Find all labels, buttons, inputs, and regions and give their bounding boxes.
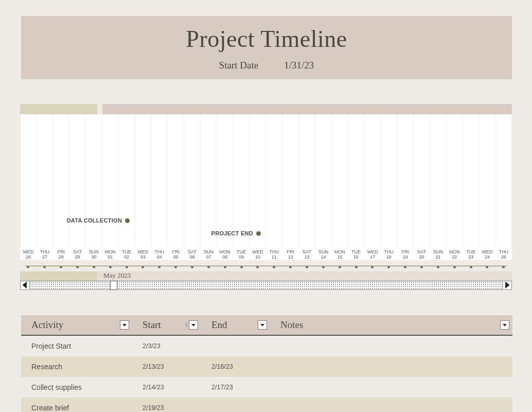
axis-tick: WED10 (250, 249, 266, 260)
axis-tick: SUN30 (85, 249, 102, 260)
axis-tick: THU18 (381, 249, 397, 260)
axis-tick: TUE02 (118, 249, 135, 260)
table-row: Create brief2/19/23 (21, 398, 512, 412)
axis-tick: MON01 (102, 249, 118, 260)
axis-tick: FRI05 (168, 249, 184, 260)
axis-tick: WED26 (20, 249, 37, 260)
axis-tick: SAT06 (184, 249, 201, 260)
axis-tick: WED17 (364, 249, 381, 260)
grid-column (86, 114, 102, 248)
scroll-track[interactable] (30, 281, 502, 289)
chart-top-strip-right (102, 104, 512, 114)
start-date-value: 1/31/23 (284, 60, 314, 71)
svg-marker-0 (22, 282, 27, 289)
scroll-thumb[interactable] (110, 281, 117, 290)
cell-start: 2/19/23 (132, 404, 201, 411)
svg-marker-1 (505, 282, 510, 289)
grid-column (217, 114, 234, 248)
filter-button-notes[interactable] (500, 320, 509, 330)
cell-start: 2/13/23 (132, 363, 201, 370)
table-row: Project Start2/3/23 (21, 336, 512, 356)
grid-column (54, 114, 70, 248)
activity-table: Activity Start ↑ End Notes Project Start… (21, 315, 512, 412)
axis-tick: MON15 (331, 249, 348, 260)
marker-dot-icon (125, 218, 130, 223)
column-header-activity-label: Activity (31, 319, 63, 331)
timeline-axis: WED26THU27FRI28SAT29SUN30MON01TUE02WED03… (20, 248, 512, 260)
column-header-activity: Activity (21, 319, 132, 331)
svg-marker-2 (122, 324, 127, 327)
svg-marker-5 (503, 324, 507, 327)
timeline-chart: DATA COLLECTIONPROJECT END WED26THU27FRI… (20, 104, 512, 284)
filter-button-start[interactable] (189, 320, 198, 330)
mini-strip-right: May 2023 (97, 271, 512, 281)
grid-column (250, 114, 267, 248)
grid-column (430, 114, 447, 248)
axis-tick: THU25 (495, 249, 512, 260)
grid-column (332, 114, 348, 248)
cell-end: 2/17/23 (201, 384, 270, 391)
axis-tick: THU27 (37, 249, 53, 260)
column-header-start-label: Start (143, 319, 161, 331)
chevron-down-icon (260, 322, 265, 328)
grid-column (21, 114, 37, 248)
table-body: Project Start2/3/23Research2/13/232/16/2… (21, 336, 512, 412)
cell-start: 2/14/23 (132, 384, 201, 391)
column-header-start: Start ↑ (132, 319, 201, 331)
triangle-right-icon (503, 281, 511, 289)
axis-tick: THU11 (266, 249, 282, 260)
start-date-row: Start Date 1/31/23 (21, 60, 512, 71)
grid-column (37, 114, 54, 248)
sort-ascending-icon: ↑ (185, 321, 188, 329)
grid-column (234, 114, 250, 248)
axis-tick: FRI12 (282, 249, 299, 260)
chart-top-strip (20, 104, 512, 114)
cell-activity: Project Start (21, 342, 132, 350)
axis-tick: WED24 (479, 249, 495, 260)
page-title: Project Timeline (21, 25, 512, 53)
grid-column (348, 114, 365, 248)
timeline-scrollbar[interactable] (20, 281, 512, 290)
grid-column (152, 114, 168, 248)
cell-start: 2/3/23 (132, 342, 201, 350)
filter-button-activity[interactable] (120, 320, 129, 330)
grid-column (479, 114, 495, 248)
axis-tick: SAT13 (299, 249, 315, 260)
chart-grid: DATA COLLECTIONPROJECT END (20, 114, 512, 248)
axis-tick: TUE09 (233, 249, 250, 260)
grid-column (184, 114, 201, 248)
cell-end: 2/16/23 (201, 363, 270, 370)
grid-column (315, 114, 332, 248)
axis-tick: TUE16 (348, 249, 364, 260)
axis-tick: MON22 (446, 249, 463, 260)
scroll-left-button[interactable] (21, 281, 30, 289)
filter-button-end[interactable] (258, 320, 267, 330)
axis-tick: THU04 (151, 249, 168, 260)
axis-tick: FRI19 (397, 249, 414, 260)
mini-strip-left (20, 271, 97, 281)
table-row: Collect supplies2/14/232/17/23 (21, 377, 512, 398)
axis-tick: SUN14 (315, 249, 331, 260)
chevron-down-icon (502, 322, 507, 328)
grid-column (102, 114, 119, 248)
timeline-marker-label: PROJECT END (211, 230, 254, 236)
cell-activity: Collect supplies (21, 383, 132, 391)
grid-column (282, 114, 299, 248)
axis-tick: FRI28 (53, 249, 69, 260)
grid-column (69, 114, 86, 248)
grid-column (397, 114, 414, 248)
mini-strip-label: May 2023 (103, 271, 131, 280)
cell-activity: Create brief (21, 404, 132, 412)
column-header-end-label: End (211, 319, 227, 331)
grid-column (447, 114, 463, 248)
grid-column (495, 114, 512, 248)
axis-tick: SUN07 (200, 249, 217, 260)
scroll-right-button[interactable] (502, 281, 511, 289)
cell-activity: Research (21, 363, 132, 371)
svg-marker-3 (191, 324, 196, 327)
grid-column (201, 114, 217, 248)
chevron-down-icon (122, 322, 127, 328)
column-header-end: End (201, 319, 270, 331)
table-header-row: Activity Start ↑ End Notes (21, 315, 512, 336)
grid-column (266, 114, 282, 248)
